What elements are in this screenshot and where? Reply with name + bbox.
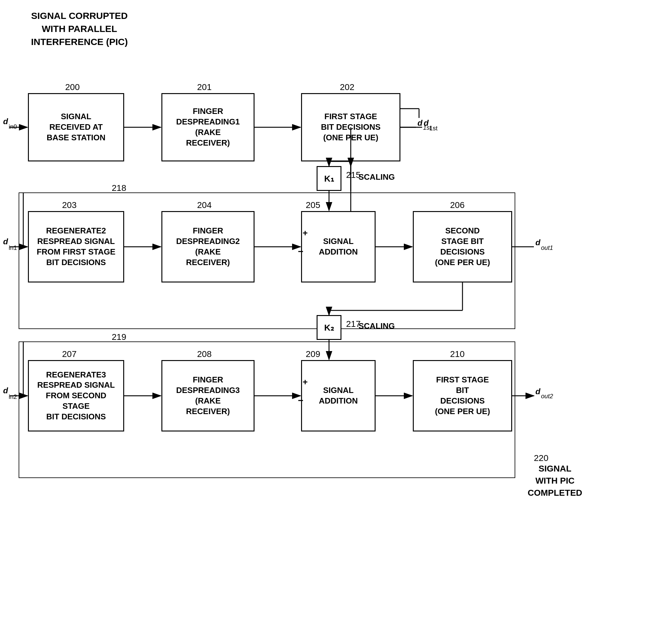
svg-text:in0: in0: [9, 123, 17, 130]
svg-text:d: d: [536, 238, 541, 247]
svg-text:in1: in1: [9, 244, 17, 251]
k2-box: K₂: [316, 315, 341, 340]
svg-text:out1: out1: [541, 244, 553, 251]
ref-204: 204: [197, 200, 212, 210]
svg-text:1st: 1st: [429, 125, 438, 131]
svg-text:d: d: [3, 386, 8, 395]
svg-text:1st: 1st: [423, 124, 432, 131]
ref-207: 207: [62, 349, 77, 359]
box-207: REGENERATE3RESPREAD SIGNALFROM SECOND ST…: [28, 360, 124, 432]
ref-201: 201: [197, 82, 212, 92]
svg-text:d: d: [418, 118, 423, 127]
scaling-label-1: SCALING: [359, 172, 395, 182]
ref-209: 209: [306, 349, 320, 359]
box-208: FINGERDESPREADING3(RAKERECEIVER): [161, 360, 254, 432]
ref-202: 202: [340, 82, 355, 92]
ref-208: 208: [197, 349, 212, 359]
box-206: SECONDSTAGE BITDECISIONS(ONE PER UE): [413, 211, 512, 283]
scaling-label-2: SCALING: [359, 321, 395, 331]
svg-text:in2: in2: [9, 393, 17, 400]
ref-203: 203: [62, 200, 77, 210]
ref-219: 219: [112, 332, 126, 342]
box-200: SIGNALRECEIVED ATBASE STATION: [28, 93, 124, 161]
ref-200: 200: [65, 82, 80, 92]
bottom-label: SIGNALWITH PICCOMPLETED: [528, 463, 582, 499]
box-201: FINGERDESPREADING1(RAKERECEIVER): [161, 93, 254, 161]
ref-205: 205: [306, 200, 320, 210]
box-205: SIGNALADDITION: [301, 211, 375, 283]
ref-218: 218: [112, 183, 126, 193]
ref-206: 206: [450, 200, 465, 210]
top-label: SIGNAL CORRUPTEDWITH PARALLELINTERFERENC…: [31, 9, 128, 49]
diagram-container: SIGNAL CORRUPTEDWITH PARALLELINTERFERENC…: [0, 0, 672, 623]
svg-text:d: d: [536, 387, 541, 396]
box-209: SIGNALADDITION: [301, 360, 375, 432]
box-203: REGENERATE2RESPREAD SIGNALFROM FIRST STA…: [28, 211, 124, 283]
svg-text:d: d: [3, 237, 8, 246]
box-204: FINGERDESPREADING2(RAKERECEIVER): [161, 211, 254, 283]
box-210: FIRST STAGEBITDECISIONS(ONE PER UE): [413, 360, 512, 432]
box-202: FIRST STAGEBIT DECISIONS(ONE PER UE): [301, 93, 400, 161]
ref-210: 210: [450, 349, 465, 359]
svg-text:d: d: [424, 118, 429, 127]
svg-text:out2: out2: [541, 393, 553, 399]
k1-box: K₁: [316, 166, 341, 191]
svg-text:d: d: [3, 117, 8, 126]
ref-220: 220: [534, 453, 548, 463]
